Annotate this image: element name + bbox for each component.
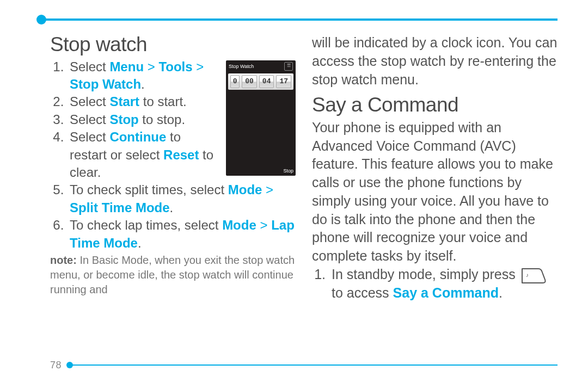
kw-stopwatch: Stop Watch	[70, 77, 141, 91]
bottom-rule	[71, 365, 558, 366]
digit-0: 0	[230, 75, 240, 88]
t: Select	[70, 112, 109, 127]
right-column: will be indicated by a clock icon. You c…	[312, 34, 558, 350]
kw-say-a-command: Say a Command	[393, 285, 499, 300]
t: .	[170, 200, 174, 215]
note-text: In Basic Mode, when you exit the stop wa…	[50, 254, 295, 295]
t: to access	[332, 285, 393, 300]
top-rule	[40, 18, 558, 21]
step-6: To check lap times, select Mode > Lap Ti…	[68, 217, 296, 252]
kw-continue: Continue	[109, 129, 166, 144]
t: To check split times, select	[70, 182, 228, 197]
t: >	[193, 59, 204, 74]
kw-start: Start	[109, 94, 139, 109]
stopwatch-note-cont: will be indicated by a clock icon. You c…	[312, 34, 558, 89]
note-label: note:	[50, 254, 77, 266]
digit-1: 00	[242, 75, 257, 88]
manual-page: Stop watch Stop Watch ☰ 0 00 04 17 Stop	[0, 0, 588, 383]
t: Select	[70, 94, 109, 109]
top-rule-dot	[36, 15, 46, 24]
kw-split-time-mode: Split Time Mode	[70, 200, 170, 215]
kw-mode: Mode	[222, 218, 256, 232]
sac-step-1: In standby mode, simply press ♪ to acces…	[329, 265, 558, 302]
t: In standby mode, simply press	[332, 267, 516, 282]
phone-body	[226, 91, 296, 166]
kw-stop: Stop	[109, 112, 138, 127]
say-a-command-body: Your phone is equipped with an Advanced …	[312, 119, 558, 265]
phone-title: Stop Watch	[229, 63, 254, 70]
digit-2: 04	[259, 75, 274, 88]
phone-time-row: 0 00 04 17	[228, 73, 293, 90]
say-a-command-heading: Say a Command	[312, 94, 558, 116]
t: Select	[70, 129, 109, 144]
kw-tools: Tools	[158, 59, 192, 74]
t: >	[256, 218, 271, 232]
t: >	[144, 59, 158, 74]
step-5: To check split times, select Mode > Spli…	[68, 181, 296, 217]
t: To check lap times, select	[70, 218, 222, 232]
phone-title-bar: Stop Watch ☰	[226, 60, 296, 72]
step-1: Select Menu > Tools > Stop Watch.	[68, 58, 238, 94]
sac-steps: In standby mode, simply press ♪ to acces…	[312, 265, 558, 302]
phone-softkey-stop: Stop	[226, 166, 296, 176]
t: .	[141, 77, 145, 91]
voice-key-icon: ♪	[521, 268, 546, 284]
kw-menu: Menu	[109, 59, 144, 74]
mode-icon: ☰	[284, 62, 293, 71]
left-column: Stop watch Stop Watch ☰ 0 00 04 17 Stop	[50, 34, 296, 350]
t: to stop.	[139, 112, 185, 127]
columns: Stop watch Stop Watch ☰ 0 00 04 17 Stop	[50, 34, 558, 350]
t: .	[138, 236, 142, 250]
t: >	[262, 182, 273, 197]
svg-text:♪: ♪	[526, 272, 529, 278]
stopwatch-note: note: In Basic Mode, when you exit the s…	[50, 253, 296, 297]
kw-mode: Mode	[228, 182, 262, 197]
stopwatch-heading: Stop watch	[50, 34, 296, 56]
t: to start.	[139, 94, 187, 109]
step-2: Select Start to start.	[68, 93, 238, 110]
stopwatch-screenshot: Stop Watch ☰ 0 00 04 17 Stop	[226, 60, 296, 176]
kw-reset: Reset	[163, 147, 199, 162]
page-number: 78	[50, 360, 62, 371]
digit-3: 17	[276, 75, 291, 88]
t: .	[499, 285, 503, 300]
t: Select	[70, 59, 109, 74]
